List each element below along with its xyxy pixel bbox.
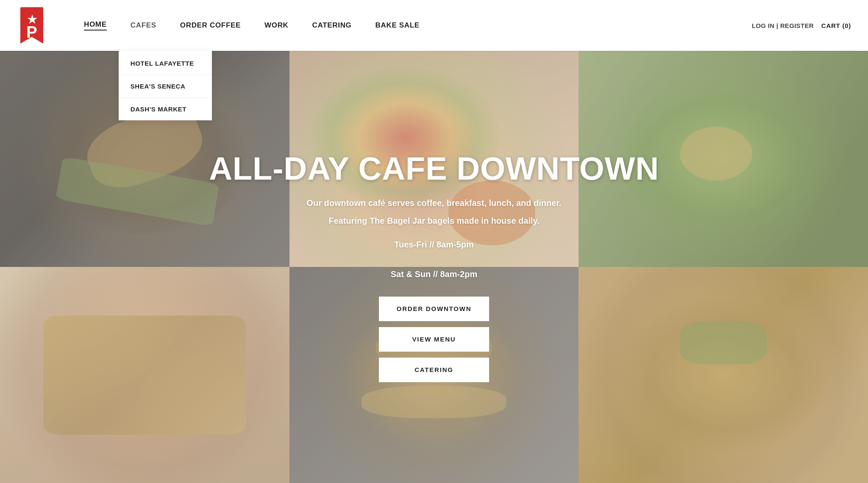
nav-item-order-coffee[interactable]: ORDER COFFEE	[168, 0, 253, 51]
nav-label-order-coffee: ORDER COFFEE	[180, 21, 241, 30]
auth-links[interactable]: LOG IN | REGISTER	[752, 22, 814, 29]
nav-label-bake-sale: BAKE SALE	[376, 21, 420, 30]
view-menu-button[interactable]: VIEW MENU	[379, 327, 489, 352]
nav-item-catering[interactable]: CATERING	[300, 0, 364, 51]
nav-label-cafes: CAFES	[131, 21, 156, 30]
dropdown-item-sheas-seneca[interactable]: SHEA'S SENECA	[119, 75, 212, 98]
order-downtown-button[interactable]: ORDER DOWNTOWN	[379, 297, 489, 321]
hero-buttons: ORDER DOWNTOWN VIEW MENU CATERING	[379, 297, 489, 382]
nav-item-work[interactable]: WORK	[253, 0, 300, 51]
logo[interactable]: ★ P	[17, 6, 47, 44]
nav-label-work: WORK	[264, 21, 289, 30]
main-nav: HOME CAFES HOTEL LAFAYETTE SHEA'S SENECA…	[72, 0, 752, 51]
catering-button[interactable]: CATERING	[379, 358, 489, 382]
hero-subtitle-2: Featuring The Bagel Jar bagels made in h…	[328, 214, 540, 228]
nav-item-home[interactable]: HOME	[72, 0, 119, 51]
dropdown-item-dashs-market[interactable]: DASH'S MARKET	[119, 98, 212, 120]
nav-label-home: HOME	[84, 20, 107, 31]
hero-title: ALL-DAY CAFE DOWNTOWN	[209, 152, 659, 186]
dropdown-item-hotel-lafayette[interactable]: HOTEL LAFAYETTE	[119, 52, 212, 75]
nav-item-cafes[interactable]: CAFES HOTEL LAFAYETTE SHEA'S SENECA DASH…	[119, 0, 168, 51]
header-right: LOG IN | REGISTER CART (0)	[752, 22, 851, 29]
cart-button[interactable]: CART (0)	[821, 22, 851, 29]
cafes-dropdown: HOTEL LAFAYETTE SHEA'S SENECA DASH'S MAR…	[119, 51, 212, 120]
nav-item-bake-sale[interactable]: BAKE SALE	[364, 0, 431, 51]
nav-label-catering: CATERING	[312, 21, 352, 30]
hero-hours-2: Sat & Sun // 8am-2pm	[391, 267, 478, 281]
hero-subtitle-1: Our downtown café serves coffee, breakfa…	[306, 196, 561, 210]
header: ★ P HOME CAFES HOTEL LAFAYETTE SHEA'S SE…	[0, 0, 868, 51]
hero-hours-1: Tues-Fri // 8am-5pm	[394, 237, 473, 252]
